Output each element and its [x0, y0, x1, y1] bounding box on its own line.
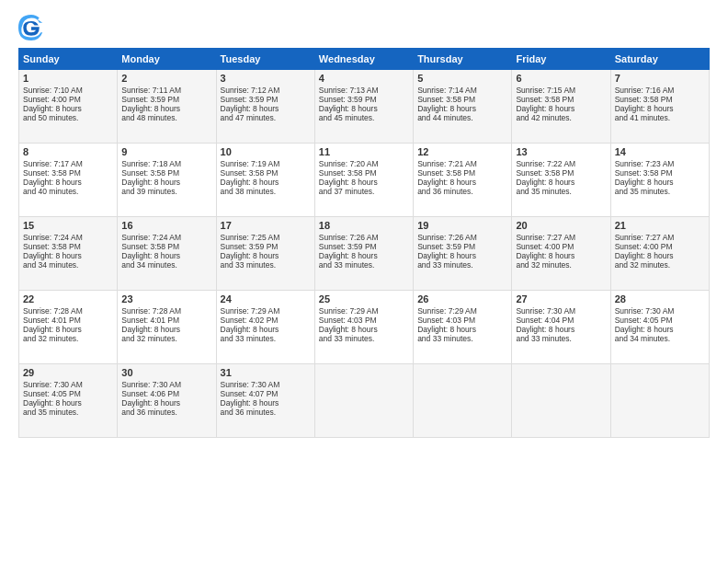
day-info-line: Sunset: 3:59 PM [319, 242, 409, 251]
day-number: 10 [221, 146, 311, 157]
day-info-line: Sunrise: 7:30 AM [516, 306, 606, 316]
day-info-line: and 33 minutes. [221, 334, 311, 343]
calendar-cell: 15Sunrise: 7:24 AMSunset: 3:58 PMDayligh… [19, 217, 118, 291]
day-info-line: Sunrise: 7:27 AM [516, 233, 606, 242]
day-info-line: Daylight: 8 hours [615, 104, 705, 113]
week-row-3: 15Sunrise: 7:24 AMSunset: 3:58 PMDayligh… [19, 217, 710, 291]
day-number: 4 [319, 73, 409, 84]
day-number: 14 [615, 146, 705, 157]
day-info-line: Sunset: 4:03 PM [417, 316, 507, 325]
day-info-line: and 39 minutes. [121, 187, 211, 196]
day-info-line: Sunrise: 7:21 AM [417, 159, 507, 168]
day-info-line: Sunset: 4:05 PM [23, 389, 113, 398]
calendar-cell: 23Sunrise: 7:28 AMSunset: 4:01 PMDayligh… [118, 291, 216, 364]
calendar-cell: 8Sunrise: 7:17 AMSunset: 3:58 PMDaylight… [19, 144, 118, 217]
day-info-line: and 35 minutes. [615, 187, 705, 196]
day-info-line: and 33 minutes. [319, 260, 409, 270]
day-info-line: Sunset: 4:03 PM [319, 316, 409, 325]
calendar-cell: 30Sunrise: 7:30 AMSunset: 4:06 PMDayligh… [118, 364, 216, 438]
day-number: 12 [417, 146, 507, 157]
day-info-line: and 34 minutes. [615, 334, 705, 343]
day-info-line: Daylight: 8 hours [516, 325, 606, 334]
day-info-line: Sunset: 3:58 PM [319, 168, 409, 178]
day-number: 28 [615, 293, 705, 304]
day-info-line: Sunset: 3:59 PM [221, 95, 311, 104]
day-info-line: Sunset: 3:58 PM [121, 168, 211, 178]
day-info-line: Sunrise: 7:24 AM [23, 233, 113, 242]
calendar-cell [512, 364, 610, 438]
day-info-line: Sunrise: 7:30 AM [121, 380, 211, 389]
day-info-line: and 33 minutes. [221, 260, 311, 270]
day-info-line: Daylight: 8 hours [516, 251, 606, 260]
day-number: 20 [516, 220, 606, 231]
day-info-line: Daylight: 8 hours [121, 325, 211, 334]
day-info-line: Sunrise: 7:16 AM [615, 86, 705, 95]
day-info-line: and 33 minutes. [516, 334, 606, 343]
day-number: 11 [319, 146, 409, 157]
day-info-line: and 47 minutes. [221, 113, 311, 122]
calendar-cell: 3Sunrise: 7:12 AMSunset: 3:59 PMDaylight… [216, 70, 314, 144]
calendar-cell: 29Sunrise: 7:30 AMSunset: 4:05 PMDayligh… [19, 364, 118, 438]
day-number: 8 [23, 146, 113, 157]
calendar-cell: 21Sunrise: 7:27 AMSunset: 4:00 PMDayligh… [610, 217, 709, 291]
day-info-line: Sunrise: 7:30 AM [23, 380, 113, 389]
day-info-line: Sunrise: 7:28 AM [23, 306, 113, 316]
day-info-line: Sunrise: 7:29 AM [319, 306, 409, 316]
day-number: 30 [121, 367, 211, 378]
day-number: 25 [319, 293, 409, 304]
day-number: 5 [417, 73, 507, 84]
day-info-line: and 42 minutes. [516, 113, 606, 122]
day-number: 6 [516, 73, 606, 84]
weekday-header-monday: Monday [118, 49, 216, 70]
day-info-line: Sunrise: 7:17 AM [23, 159, 113, 168]
calendar-cell: 4Sunrise: 7:13 AMSunset: 3:59 PMDaylight… [314, 70, 413, 144]
day-info-line: and 50 minutes. [23, 113, 113, 122]
day-info-line: Sunrise: 7:14 AM [417, 86, 507, 95]
calendar-cell: 13Sunrise: 7:22 AMSunset: 3:58 PMDayligh… [512, 144, 610, 217]
day-info-line: Sunrise: 7:13 AM [319, 86, 409, 95]
calendar-cell: 28Sunrise: 7:30 AMSunset: 4:05 PMDayligh… [610, 291, 709, 364]
day-info-line: and 33 minutes. [417, 334, 507, 343]
day-info-line: and 44 minutes. [417, 113, 507, 122]
calendar-cell: 27Sunrise: 7:30 AMSunset: 4:04 PMDayligh… [512, 291, 610, 364]
day-info-line: Sunrise: 7:18 AM [121, 159, 211, 168]
day-info-line: Daylight: 8 hours [23, 178, 113, 187]
day-info-line: Daylight: 8 hours [23, 104, 113, 113]
day-info-line: and 40 minutes. [23, 187, 113, 196]
day-info-line: Sunrise: 7:24 AM [121, 233, 211, 242]
day-info-line: Sunrise: 7:29 AM [221, 306, 311, 316]
day-info-line: Sunrise: 7:11 AM [121, 86, 211, 95]
day-number: 16 [121, 220, 211, 231]
day-number: 19 [417, 220, 507, 231]
day-info-line: Sunrise: 7:28 AM [121, 306, 211, 316]
day-info-line: Sunset: 4:06 PM [121, 389, 211, 398]
page-header [18, 15, 710, 40]
day-info-line: and 45 minutes. [319, 113, 409, 122]
calendar-cell: 20Sunrise: 7:27 AMSunset: 4:00 PMDayligh… [512, 217, 610, 291]
day-info-line: Daylight: 8 hours [121, 104, 211, 113]
calendar-cell: 14Sunrise: 7:23 AMSunset: 3:58 PMDayligh… [610, 144, 709, 217]
day-info-line: and 36 minutes. [221, 408, 311, 417]
day-info-line: Sunrise: 7:23 AM [615, 159, 705, 168]
day-info-line: Daylight: 8 hours [615, 251, 705, 260]
day-number: 29 [23, 367, 113, 378]
weekday-header-sunday: Sunday [19, 49, 118, 70]
weekday-header-wednesday: Wednesday [314, 49, 413, 70]
calendar-cell: 16Sunrise: 7:24 AMSunset: 3:58 PMDayligh… [118, 217, 216, 291]
day-info-line: Sunset: 3:58 PM [23, 168, 113, 178]
week-row-4: 22Sunrise: 7:28 AMSunset: 4:01 PMDayligh… [19, 291, 710, 364]
day-info-line: and 33 minutes. [417, 260, 507, 270]
day-info-line: Sunset: 3:58 PM [417, 168, 507, 178]
calendar-cell: 17Sunrise: 7:25 AMSunset: 3:59 PMDayligh… [216, 217, 314, 291]
day-info-line: and 38 minutes. [221, 187, 311, 196]
day-info-line: Daylight: 8 hours [516, 178, 606, 187]
day-info-line: and 36 minutes. [121, 408, 211, 417]
calendar-cell: 19Sunrise: 7:26 AMSunset: 3:59 PMDayligh… [414, 217, 512, 291]
day-info-line: Daylight: 8 hours [23, 325, 113, 334]
calendar-cell: 18Sunrise: 7:26 AMSunset: 3:59 PMDayligh… [314, 217, 413, 291]
day-info-line: Sunrise: 7:30 AM [615, 306, 705, 316]
day-info-line: Sunset: 3:58 PM [221, 168, 311, 178]
weekday-header-saturday: Saturday [610, 49, 709, 70]
day-info-line: Daylight: 8 hours [221, 178, 311, 187]
day-info-line: Sunrise: 7:19 AM [221, 159, 311, 168]
